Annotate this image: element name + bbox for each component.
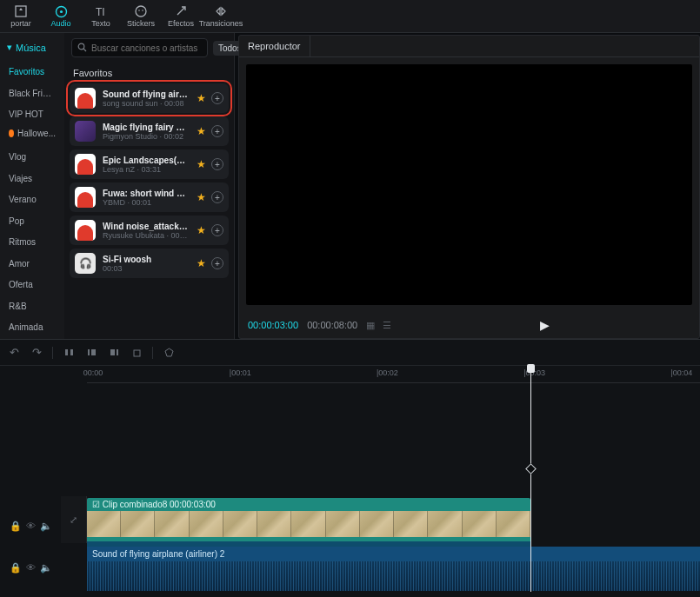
track-title: Epic Landscapes(988822) <box>103 156 190 165</box>
expand-icon[interactable]: ⤢ <box>70 514 77 526</box>
add-to-timeline-button[interactable]: + <box>211 224 223 236</box>
sidebar-item-label: Hallowe... <box>17 129 56 138</box>
tab-transiciones[interactable]: Transiciones <box>203 1 238 32</box>
playhead-handle[interactable] <box>527 364 535 373</box>
sidebar-item-vlog[interactable]: Vlog <box>5 147 59 163</box>
marker-button[interactable] <box>162 346 176 360</box>
track-item[interactable]: Wind noise_attack_hig... Ryusuke Ubukata… <box>70 216 229 245</box>
video-track-gutter[interactable]: ⤢ <box>61 496 87 543</box>
video-preview[interactable] <box>246 64 692 305</box>
tab-efectos[interactable]: Efectos <box>163 1 198 32</box>
track-item[interactable]: 🎧 Si-Fi woosh 00:03 ★ + <box>70 249 229 278</box>
sidebar-item-amor[interactable]: Amor <box>5 254 59 270</box>
trim-start-button[interactable] <box>84 346 98 360</box>
svg-rect-0 <box>16 6 26 17</box>
tab-stickers[interactable]: Stickers <box>123 1 158 32</box>
playhead-marker[interactable] <box>525 463 537 474</box>
trim-end-button[interactable] <box>107 346 121 360</box>
tab-importar[interactable]: portar <box>3 1 38 32</box>
track-item[interactable]: Sound of flying airplan... song sound su… <box>70 83 229 113</box>
track-subtitle: Ryusuke Ubukata · 00:02 <box>103 231 190 240</box>
track-item[interactable]: Epic Landscapes(988822) Lesya nZ · 03:31… <box>70 149 229 179</box>
ruler-tick: 00:00 <box>83 368 103 377</box>
audio-clip-label: Sound of flying airplane (airliner) 2 <box>87 547 700 561</box>
add-to-timeline-button[interactable]: + <box>211 158 223 170</box>
star-icon[interactable]: ★ <box>197 158 206 170</box>
audio-track-header[interactable]: 🔒 👁 🔈 <box>0 550 61 585</box>
clip-icon: ☑ <box>92 500 100 509</box>
svg-rect-11 <box>88 349 90 355</box>
add-to-timeline-button[interactable]: + <box>211 125 223 137</box>
ruler-tick: |00:02 <box>377 368 398 377</box>
video-track-header[interactable]: 🔒 👁 🔈 <box>0 508 61 543</box>
transitions-icon <box>214 4 228 18</box>
sidebar-item-favoritos[interactable]: Favoritos <box>5 62 59 78</box>
sidebar-item-rnb[interactable]: R&B <box>5 296 59 313</box>
track-thumb <box>75 88 96 109</box>
star-icon[interactable]: ★ <box>197 257 206 269</box>
add-to-timeline-button[interactable]: + <box>211 191 223 203</box>
search-box[interactable] <box>71 38 208 57</box>
mute-icon[interactable]: 🔈 <box>40 562 52 574</box>
star-icon[interactable]: ★ <box>197 191 206 203</box>
svg-rect-13 <box>110 349 115 355</box>
add-to-timeline-button[interactable]: + <box>211 92 223 104</box>
sidebar-item-verano[interactable]: Verano <box>5 189 59 206</box>
search-input[interactable] <box>91 43 202 53</box>
track-thumb <box>75 121 96 142</box>
delete-button[interactable] <box>130 346 143 360</box>
video-clip[interactable]: ☑ Clip combinado8 00:00:03:00 <box>87 498 530 547</box>
eye-icon[interactable]: 👁 <box>26 521 36 531</box>
track-title: Si-Fi woosh <box>103 255 190 264</box>
mute-icon[interactable]: 🔈 <box>40 521 52 532</box>
sidebar-head-musica[interactable]: ▾ Música <box>5 38 59 56</box>
grid-view-icon[interactable]: ▦ <box>366 320 374 331</box>
stickers-icon <box>134 4 148 18</box>
lock-icon[interactable]: 🔒 <box>10 521 22 532</box>
tab-texto[interactable]: TI Texto <box>83 1 118 32</box>
split-button[interactable] <box>62 346 76 360</box>
player-tab-reproductor[interactable]: Reproductor <box>239 36 310 56</box>
tab-importar-label: portar <box>10 19 31 28</box>
add-to-timeline-button[interactable]: + <box>211 257 223 269</box>
svg-point-6 <box>142 10 143 11</box>
sidebar-item-blackfriday[interactable]: Black Friday <box>5 83 59 100</box>
ruler-tick: |00:04 <box>670 368 692 377</box>
tab-audio-label: Audio <box>50 19 70 28</box>
lock-icon[interactable]: 🔒 <box>10 562 22 574</box>
sidebar-item-ritmos[interactable]: Ritmos <box>5 232 59 249</box>
effects-icon <box>174 4 188 18</box>
redo-button[interactable]: ↷ <box>30 346 43 360</box>
audio-category-sidebar: ▾ Música Favoritos Black Friday VIP HOT … <box>0 33 64 339</box>
track-item[interactable]: Fuwa: short wind noise:... YBMD · 00:01 … <box>70 182 229 212</box>
sidebar-item-halloween[interactable]: Hallowe... <box>5 126 59 143</box>
track-thumb <box>75 220 96 241</box>
track-thumb: 🎧 <box>75 253 96 274</box>
sidebar-item-pop[interactable]: Pop <box>5 211 59 228</box>
sidebar-item-viajes[interactable]: Viajes <box>5 169 59 185</box>
timecode-current: 00:00:03:00 <box>248 320 298 330</box>
audio-clip[interactable]: Sound of flying airplane (airliner) 2 <box>87 547 700 591</box>
undo-button[interactable]: ↶ <box>7 346 21 360</box>
player-controls: 00:00:03:00 00:00:08:00 ▦ ☰ ▶ <box>239 312 699 338</box>
star-icon[interactable]: ★ <box>197 92 206 104</box>
timeline-ruler[interactable]: 00:00 |00:01 |00:02 |00:03 |00:04 <box>87 366 700 383</box>
star-icon[interactable]: ★ <box>197 125 206 137</box>
star-icon[interactable]: ★ <box>197 224 206 236</box>
tab-audio[interactable]: Audio <box>43 1 78 32</box>
toolbar-separator <box>52 347 53 359</box>
sidebar-item-viphot[interactable]: VIP HOT <box>5 104 59 121</box>
sidebar-item-animada[interactable]: Animada <box>5 317 59 334</box>
eye-icon[interactable]: 👁 <box>26 562 36 573</box>
list-view-icon[interactable]: ☰ <box>383 320 390 331</box>
timeline-toolbar: ↶ ↷ <box>0 340 700 366</box>
sidebar-item-oferta[interactable]: Oferta <box>5 275 59 291</box>
play-button[interactable]: ▶ <box>540 318 550 332</box>
track-item[interactable]: Magic flying fairy Kupe... Pigmyon Studi… <box>70 116 229 146</box>
video-clip-label: ☑ Clip combinado8 00:00:03:00 <box>87 498 530 511</box>
track-subtitle: YBMD · 00:01 <box>103 198 190 207</box>
pumpkin-icon <box>9 129 14 137</box>
svg-rect-9 <box>65 349 68 355</box>
top-tab-bar: portar Audio TI Texto Stickers Efectos T… <box>0 0 700 33</box>
playhead[interactable] <box>530 366 531 592</box>
